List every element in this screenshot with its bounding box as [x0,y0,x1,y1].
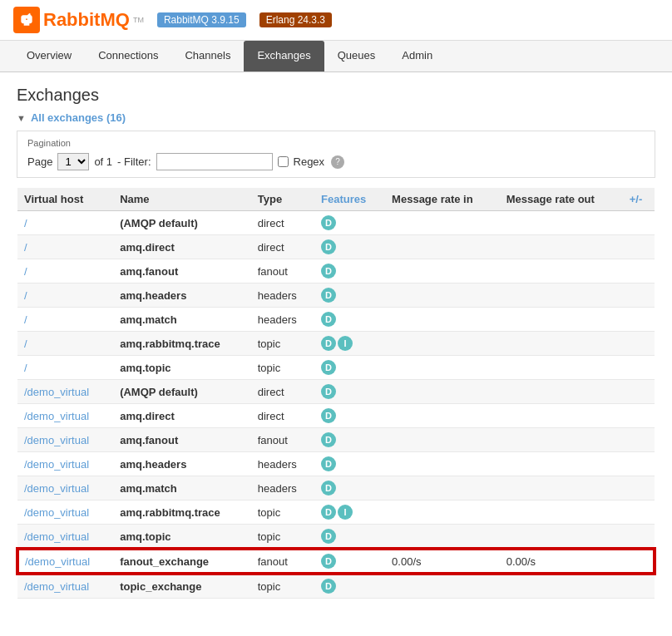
vhost-link[interactable]: /demo_virtual [24,580,89,593]
nav-admin[interactable]: Admin [388,41,446,71]
cell-vhost: / [17,308,113,332]
feature-durable-badge: D [321,312,336,327]
vhost-link[interactable]: / [24,241,27,254]
vhost-link[interactable]: / [24,289,27,302]
page-select[interactable]: 1 [57,153,89,170]
vhost-link[interactable]: / [24,217,27,229]
vhost-link[interactable]: /demo_virtual [24,434,89,446]
rabbitmq-version-badge: RabbitMQ 3.9.15 [157,12,246,27]
name-link[interactable]: amq.rabbitmq.trace [120,338,220,350]
vhost-link[interactable]: /demo_virtual [24,482,89,495]
table-row[interactable]: /demo_virtualamq.matchheadersD [17,476,655,500]
table-row[interactable]: /amq.topictopicD [17,356,655,380]
vhost-link[interactable]: / [24,313,27,326]
cell-vhost: /demo_virtual [17,380,113,404]
cell-features: D [314,308,385,332]
cell-type: fanout [251,259,314,283]
feature-durable-badge: D [321,336,336,351]
cell-vhost: /demo_virtual [17,500,113,525]
nav-channels[interactable]: Channels [171,41,244,71]
vhost-link[interactable]: /demo_virtual [24,530,89,543]
name-link[interactable]: amq.headers [120,458,186,471]
section-toggle[interactable]: ▼ All exchanges (16) [17,111,655,124]
cell-vhost: / [17,356,113,380]
table-row[interactable]: /demo_virtualamq.topictopicD [17,525,655,550]
cell-vhost: /demo_virtual [17,574,113,599]
cell-vhost: /demo_virtual [17,404,113,428]
name-link[interactable]: (AMQP default) [120,217,198,229]
vhost-link[interactable]: / [24,362,27,374]
page-content: Exchanges ▼ All exchanges (16) Paginatio… [0,72,672,612]
cell-vhost: /demo_virtual [17,476,113,500]
vhost-link[interactable]: /demo_virtual [24,410,89,422]
name-link[interactable]: amq.fanout [120,265,178,278]
cell-features: DI [314,332,385,356]
vhost-link[interactable]: /demo_virtual [24,386,89,398]
table-row[interactable]: /demo_virtual(AMQP default)directD [17,380,655,404]
table-row[interactable]: /amq.matchheadersD [17,308,655,332]
table-row[interactable]: /(AMQP default)directD [17,211,655,235]
table-row[interactable]: /amq.directdirectD [17,235,655,259]
cell-plusminus [623,404,655,428]
table-row[interactable]: /demo_virtualtopic_exchangetopicD [17,574,655,599]
cell-name: amq.rabbitmq.trace [113,500,251,525]
cell-type: direct [251,380,314,404]
vhost-link[interactable]: / [24,265,27,278]
regex-checkbox[interactable] [278,156,289,167]
name-link[interactable]: amq.direct [120,241,175,254]
logo-text: RabbitMQ [43,9,130,31]
nav-queues[interactable]: Queues [324,41,389,71]
cell-rate-in [385,500,500,525]
vhost-link[interactable]: /demo_virtual [24,458,89,471]
table-row[interactable]: /amq.fanoutfanoutD [17,259,655,283]
help-badge[interactable]: ? [331,155,344,169]
cell-rate-out [500,476,623,500]
name-link[interactable]: amq.rabbitmq.trace [120,506,220,519]
feature-durable-badge: D [321,360,336,375]
app-header: RabbitMQ TM RabbitMQ 3.9.15 Erlang 24.3.… [0,0,672,41]
logo: RabbitMQ TM [13,7,144,33]
table-row[interactable]: /demo_virtualamq.directdirectD [17,404,655,428]
table-row[interactable]: /demo_virtualamq.fanoutfanoutD [17,428,655,452]
table-row[interactable]: /demo_virtualamq.headersheadersD [17,452,655,476]
pagination-section: Pagination Page 1 of 1 - Filter: Regex ? [17,131,655,178]
name-link[interactable]: fanout_exchange [120,555,209,568]
cell-vhost: /demo_virtual [17,428,113,452]
table-row[interactable]: /amq.headersheadersD [17,283,655,308]
page-title: Exchanges [17,86,655,105]
name-link[interactable]: topic_exchange [120,580,201,593]
name-link[interactable]: amq.headers [120,289,186,302]
name-link[interactable]: amq.topic [120,362,170,374]
cell-rate-out [500,380,623,404]
cell-name: amq.match [113,308,251,332]
vhost-link[interactable]: /demo_virtual [25,555,90,568]
name-link[interactable]: (AMQP default) [120,386,198,398]
cell-features: D [314,549,385,574]
nav-overview[interactable]: Overview [13,41,85,71]
table-row[interactable]: /amq.rabbitmq.tracetopicDI [17,332,655,356]
nav-connections[interactable]: Connections [85,41,171,71]
cell-rate-out [500,259,623,283]
nav-exchanges[interactable]: Exchanges [244,41,324,71]
name-link[interactable]: amq.fanout [120,434,178,446]
cell-type: fanout [251,549,314,574]
cell-type: topic [251,356,314,380]
cell-rate-in [385,452,500,476]
filter-input[interactable] [156,153,273,170]
feature-durable-badge: D [321,215,336,230]
cell-plusminus [623,428,655,452]
name-link[interactable]: amq.topic [120,530,170,543]
col-plusminus: +/- [623,188,655,211]
vhost-link[interactable]: / [24,338,27,350]
vhost-link[interactable]: /demo_virtual [24,506,89,519]
cell-features: D [314,259,385,283]
logo-mq: MQ [100,9,129,30]
table-row[interactable]: /demo_virtualfanout_exchangefanoutD0.00/… [17,549,655,574]
name-link[interactable]: amq.match [120,482,177,495]
filter-label: - Filter: [117,155,151,168]
name-link[interactable]: amq.match [120,313,177,326]
name-link[interactable]: amq.direct [120,410,175,422]
table-row[interactable]: /demo_virtualamq.rabbitmq.tracetopicDI [17,500,655,525]
cell-rate-in [385,428,500,452]
cell-rate-in [385,259,500,283]
